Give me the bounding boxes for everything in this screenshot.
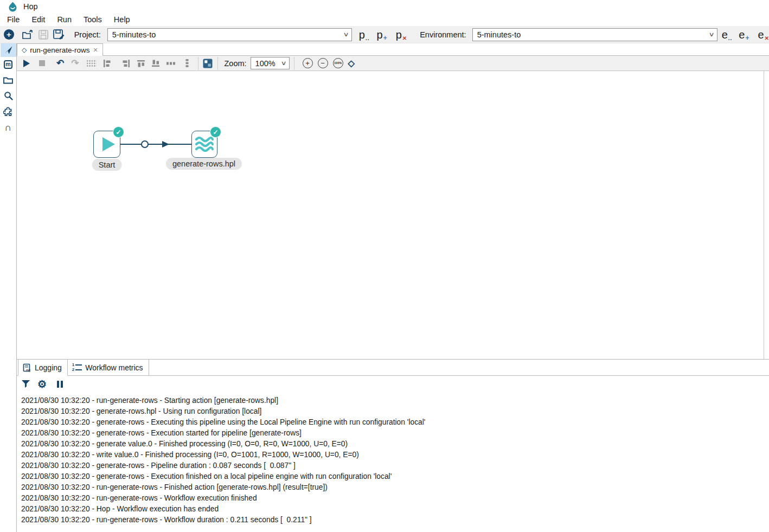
log-line: 2021/08/30 10:32:20 - generate-rows - Ex… [21,428,769,439]
main-toolbar: + Project: 5-minutes-to ∨ p .. p + p ✕ [0,26,769,43]
menu-tools[interactable]: Tools [78,14,108,25]
save-as-icon [53,29,65,40]
diamond-icon: ◇ [348,59,355,68]
hook-icon: ∩ [5,123,12,132]
zoom-100-icon: 100% [334,62,342,65]
title-bar: Hop [0,0,769,13]
hop-link-midpoint [141,140,149,148]
pipeline-node-label: generate-rows.hpl [166,158,242,170]
add-project-button[interactable]: p + [377,29,387,40]
plus-icon: + [745,35,749,41]
log-line: 2021/08/30 10:32:20 - run-generate-rows … [21,493,769,504]
pause-log-button[interactable] [57,381,63,388]
log-output[interactable]: 2021/08/30 10:32:20 - run-generate-rows … [17,392,769,532]
align-top-button[interactable] [137,59,145,68]
zoom-out-button[interactable]: − [318,58,328,68]
file-explorer-perspective[interactable] [1,73,16,87]
menu-help[interactable]: Help [108,14,136,25]
hop-link-arrow-icon [162,141,169,148]
add-environment-button[interactable]: e + [739,29,749,40]
workflow-canvas[interactable]: ✓ Start ✓ generate-rows.hpl [17,71,764,359]
log-line: 2021/08/30 10:32:20 - Hop - Workflow exe… [21,504,769,515]
search-perspective[interactable] [1,89,16,102]
chevron-down-icon: ∨ [280,60,286,67]
check-icon: ✓ [213,129,218,136]
tab-workflow-metrics-label: Workflow metrics [85,363,143,372]
log-line: 2021/08/30 10:32:20 - generate-rows - Ex… [21,471,769,482]
project-value: 5-minutes-to [112,30,156,39]
zoom-in-button[interactable]: + [303,58,313,68]
tab-workflow-metrics[interactable]: 1 2 Workflow metrics [68,360,149,375]
menu-file[interactable]: File [1,14,25,25]
log-icon: og [23,363,31,372]
log-line: 2021/08/30 10:32:20 - run-generate-rows … [21,515,769,525]
pipeline-waves-icon [195,136,214,153]
hop-link [120,144,191,145]
align-bottom-button[interactable] [151,59,160,68]
zoom-combo[interactable]: 100% ∨ [251,57,290,69]
edit-project-button[interactable]: p .. [359,29,370,40]
edit-environment-button[interactable]: e .. [722,29,733,40]
plugins-perspective[interactable] [1,105,16,118]
project-combo[interactable]: 5-minutes-to ∨ [107,28,352,41]
puzzle-icon [3,107,13,117]
fit-to-screen-button[interactable]: ◇ [348,58,355,68]
save-icon [39,30,48,40]
minus-icon: − [321,60,325,67]
folder-icon [3,76,13,84]
open-file-button[interactable] [22,28,34,42]
delete-project-button[interactable]: p ✕ [396,29,407,40]
log-toolbar: ⚙ [17,376,769,392]
stop-workflow-button[interactable] [39,60,45,66]
filter-log-button[interactable] [21,380,30,388]
tab-logging[interactable]: og Logging [18,360,68,376]
neo4j-perspective[interactable]: ∩ « [1,120,16,134]
log-line: 2021/08/30 10:32:20 - run-generate-rows … [21,482,769,493]
menu-run[interactable]: Run [51,14,78,25]
edit-dots-icon: .. [728,36,733,41]
cross-icon: ✕ [402,36,407,41]
search-icon [4,91,13,100]
log-line: 2021/08/30 10:32:20 - write value.0 - Fi… [21,450,769,460]
metadata-perspective[interactable]: m [1,57,16,71]
run-workflow-button[interactable] [23,60,30,67]
menu-edit[interactable]: Edit [25,14,51,25]
save-button[interactable] [39,28,48,42]
plus-icon: + [383,35,387,41]
close-icon[interactable]: ✕ [93,47,98,54]
data-orchestration-perspective[interactable] [1,43,16,57]
chevron-down-icon: ∨ [708,31,714,38]
start-action-node[interactable]: ✓ [93,131,120,158]
hop-logo-icon [8,2,17,12]
metadata-m-icon: m [4,60,12,69]
cross-icon: ✕ [765,36,769,41]
environment-label: Environment: [420,30,466,39]
align-left-button[interactable] [102,59,111,68]
log-settings-gear-icon[interactable]: ⚙ [37,379,47,389]
distribute-horizontally-button[interactable] [166,60,176,67]
workflow-tab[interactable]: ◇ run-generate-rows ✕ [17,43,103,56]
funnel-icon [21,380,30,388]
snap-to-grid-button[interactable] [203,59,213,68]
save-as-button[interactable] [53,28,65,42]
delete-environment-button[interactable]: e ✕ [758,29,769,40]
open-folder-icon [22,30,34,40]
chevron-down-icon: ∨ [343,31,349,38]
metrics-list-icon: 1 2 [72,363,82,373]
environment-combo[interactable]: 5-minutes-to ∨ [472,28,717,41]
edit-dots-icon: .. [366,36,370,41]
workflow-tab-title: run-generate-rows [30,46,89,54]
zoom-100-button[interactable]: 100% [333,58,343,68]
align-right-button[interactable] [122,59,131,68]
show-grid-button[interactable] [86,60,97,67]
redo-button[interactable]: ↷ [71,59,79,68]
new-item-button[interactable]: + [4,29,14,40]
distribute-vertically-button[interactable] [183,59,191,68]
app-title: Hop [23,2,38,11]
pipeline-action-node[interactable]: ✓ [191,131,217,158]
paper-plane-icon [4,46,13,55]
check-icon: ✓ [116,129,121,136]
main-area: m ∩ « ◇ run-generate- [0,43,769,532]
log-line: 2021/08/30 10:32:20 - run-generate-rows … [21,395,769,406]
undo-button[interactable]: ↶ [56,59,64,68]
